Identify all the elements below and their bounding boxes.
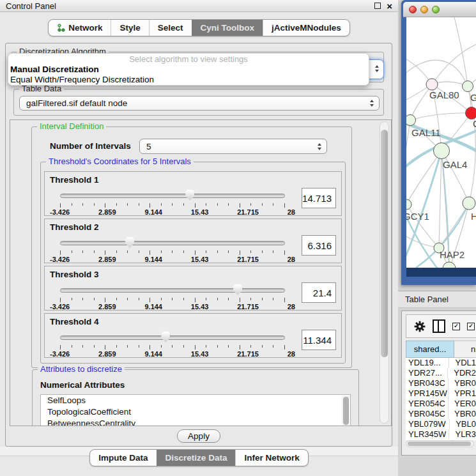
column-header-name[interactable]: n xyxy=(454,341,476,358)
table-horizontal-scrollbar-thumb[interactable] xyxy=(408,441,471,446)
slider-track[interactable] xyxy=(60,335,285,340)
close-icon[interactable]: × xyxy=(387,3,392,10)
tab-infer-network[interactable]: Infer Network xyxy=(235,450,307,466)
threshold-slider[interactable]: -3.4262.8599.14415.4321.71528 xyxy=(60,237,285,263)
network-node-label: G xyxy=(470,92,476,103)
float-icon[interactable] xyxy=(374,3,381,9)
cell-shared-name: YBR045C xyxy=(406,409,448,419)
algorithm-option-equal-width-frequency-discretization[interactable]: Equal Width/Frequency Discretization xyxy=(8,75,369,85)
tick-mark xyxy=(195,298,196,302)
columns-icon[interactable] xyxy=(433,319,445,333)
slider-thumb[interactable] xyxy=(185,190,194,201)
slider-thumb[interactable] xyxy=(125,237,134,248)
tab-discretize-data[interactable]: Discretize Data xyxy=(157,450,236,466)
settings-scrollbar[interactable] xyxy=(380,121,389,424)
table-panel-toolbar: ✓ ✓ xyxy=(406,314,476,338)
network-node-h[interactable] xyxy=(463,197,475,210)
zoom-traffic-light-icon[interactable] xyxy=(432,6,440,13)
table-horizontal-scrollbar[interactable] xyxy=(406,440,474,447)
slider-thumb[interactable] xyxy=(161,332,170,342)
threshold-slider[interactable]: -3.4262.8599.14415.4321.71528 xyxy=(60,284,285,310)
table-row[interactable]: YDL19...YDL1 xyxy=(406,358,476,368)
table-row[interactable]: YPR145WYPR1 xyxy=(406,388,476,399)
attribute-item-topologicalcoefficient[interactable]: TopologicalCoefficient xyxy=(41,406,350,418)
attribute-item-selfloops[interactable]: SelfLoops xyxy=(41,395,350,406)
tick-mark xyxy=(127,345,128,348)
network-node-gcy1[interactable] xyxy=(406,199,411,210)
network-node-gal4[interactable] xyxy=(434,143,450,159)
network-canvas[interactable]: GAL80GCGAL11GAL4GCY1HHAP2 xyxy=(406,17,476,268)
algorithm-option-manual-discretization[interactable]: Manual Discretization xyxy=(8,65,369,75)
slider-ticks xyxy=(60,250,285,255)
numerical-attributes-list[interactable]: SelfLoopsTopologicalCoefficientBetweenne… xyxy=(40,394,351,426)
checkbox-icon[interactable]: ✓ xyxy=(452,323,460,330)
minimize-traffic-light-icon[interactable] xyxy=(420,6,428,13)
number-of-intervals-label: Number of Intervals xyxy=(50,141,131,151)
tick-mark xyxy=(161,298,162,300)
tick-mark xyxy=(82,203,83,206)
network-node-c[interactable] xyxy=(466,107,476,119)
network-node-g[interactable] xyxy=(463,81,473,92)
gear-icon[interactable] xyxy=(414,321,426,332)
cell-name: YBR0 xyxy=(448,378,476,388)
table-data-box-title: Table Data xyxy=(19,84,64,93)
tick-mark xyxy=(139,298,139,300)
algorithm-dropdown-options: Manual DiscretizationEqual Width/Frequen… xyxy=(8,65,369,85)
tick-mark xyxy=(262,203,263,206)
tab-impute-data[interactable]: Impute Data xyxy=(90,450,156,466)
tick-mark xyxy=(150,203,150,208)
network-node[interactable] xyxy=(443,262,456,268)
threshold-value-field[interactable]: 6.316 xyxy=(302,235,336,256)
slider-thumb[interactable] xyxy=(233,284,242,295)
tab-style[interactable]: Style xyxy=(111,20,148,36)
threshold-value-field[interactable]: 14.713 xyxy=(302,188,336,208)
tick-mark xyxy=(72,298,72,300)
table-row[interactable]: YLR345WYLR3 xyxy=(406,429,476,440)
tick-mark xyxy=(172,298,173,300)
slider-track[interactable] xyxy=(60,194,285,198)
threshold-value-field[interactable]: 21.4 xyxy=(302,282,336,303)
tab-cyni-toolbox[interactable]: Cyni Toolbox xyxy=(192,20,263,36)
list-scrollbar-thumb[interactable] xyxy=(343,397,349,425)
threshold-slider[interactable]: -3.4262.8599.14415.4321.71528 xyxy=(60,190,285,215)
tab-jactivemnodules[interactable]: jActiveMNodules xyxy=(263,20,349,36)
apply-button[interactable]: Apply xyxy=(177,429,220,443)
slider-track[interactable] xyxy=(60,241,285,245)
table-row[interactable]: YBR043CYBR0 xyxy=(406,378,476,388)
close-traffic-light-icon[interactable] xyxy=(409,6,417,13)
scale-label: 2.859 xyxy=(98,350,116,358)
settings-scrollbar-thumb[interactable] xyxy=(381,130,388,357)
column-header-shared[interactable]: shared... xyxy=(406,341,454,358)
threshold-slider[interactable]: -3.4262.8599.14415.4321.71528 xyxy=(60,332,285,357)
cell-name: YDL1 xyxy=(449,358,476,368)
table-row[interactable]: YBR045CYBR0 xyxy=(406,409,476,419)
threshold-value-field[interactable]: 11.344 xyxy=(302,330,336,350)
tab-network[interactable]: Network xyxy=(49,20,111,36)
tick-mark xyxy=(172,203,173,206)
tick-mark xyxy=(82,298,83,300)
tick-mark xyxy=(217,345,218,348)
slider-track[interactable] xyxy=(60,288,285,293)
algorithm-dropdown-hint: Select algorithm to view settings xyxy=(8,54,369,65)
scale-label: 2.859 xyxy=(98,208,116,216)
tick-mark xyxy=(60,250,61,255)
tick-mark xyxy=(139,250,139,253)
network-node-gal80[interactable] xyxy=(426,79,438,90)
tick-mark xyxy=(183,250,184,253)
combo-arrows-icon xyxy=(318,143,321,150)
top-tabbar: NetworkStyleSelectCyni ToolboxjActiveMNo… xyxy=(0,19,398,36)
table-row[interactable]: YER054CYER0 xyxy=(406,399,476,409)
list-scrollbar[interactable] xyxy=(342,395,349,426)
checkbox-icon[interactable]: ✓ xyxy=(467,323,475,330)
scale-label: 21.715 xyxy=(237,208,259,216)
table-data-select[interactable]: galFiltered.sif default node xyxy=(19,96,380,111)
tab-select[interactable]: Select xyxy=(149,20,192,36)
tick-mark xyxy=(60,298,61,302)
tick-mark xyxy=(105,250,105,255)
attribute-item-betweennesscentrality[interactable]: BetweennessCentrality xyxy=(41,418,350,426)
network-node-gal11[interactable] xyxy=(406,115,416,126)
table-row[interactable]: YDR27...YDR2 xyxy=(406,368,476,378)
table-row[interactable]: YBL079WYBL0 xyxy=(406,419,476,429)
number-of-intervals-select[interactable]: 5 xyxy=(139,139,327,154)
tab-label: Impute Data xyxy=(98,453,148,463)
